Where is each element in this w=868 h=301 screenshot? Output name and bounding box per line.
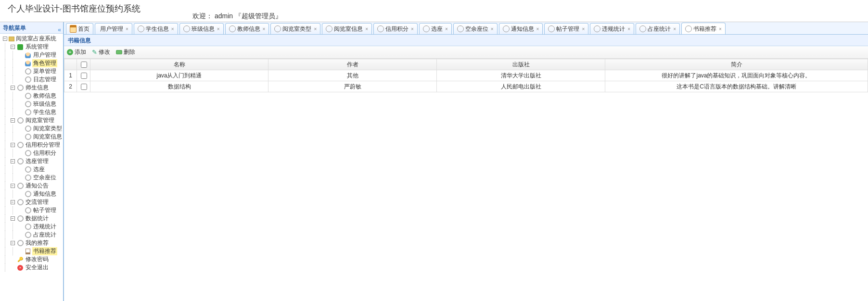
tab-首页[interactable]: 首页 xyxy=(66,23,93,34)
tab-通知信息[interactable]: 通知信息× xyxy=(499,23,543,34)
tree-node[interactable]: 学生信息 xyxy=(1,108,63,116)
close-tab-icon[interactable]: × xyxy=(365,26,368,32)
tree-label[interactable]: 帖子管理 xyxy=(32,206,57,214)
tree-label[interactable]: 系统管理 xyxy=(25,43,50,51)
tab-帖子管理[interactable]: 帖子管理× xyxy=(544,23,588,34)
expand-toggle-icon[interactable]: − xyxy=(9,84,16,92)
tree-label[interactable]: 交流管理 xyxy=(25,198,50,206)
tree-node[interactable]: 班级信息 xyxy=(1,100,63,108)
close-tab-icon[interactable]: × xyxy=(491,26,494,32)
tree-label[interactable]: 阅览室管理 xyxy=(25,116,55,125)
tree-node[interactable]: −信用积分管理 xyxy=(1,141,63,149)
tab-学生信息[interactable]: 学生信息× xyxy=(134,23,178,34)
tab-空余座位[interactable]: 空余座位× xyxy=(453,23,498,34)
tree-node[interactable]: 阅览室信息 xyxy=(1,133,63,141)
table-row[interactable]: 1java从入门到精通其他清华大学出版社很好的讲解了java的基础知识，巩固面向… xyxy=(64,70,868,81)
close-tab-icon[interactable]: × xyxy=(314,26,317,32)
expand-toggle-icon[interactable]: − xyxy=(9,182,16,190)
col-header[interactable]: 名称 xyxy=(90,59,268,70)
expand-toggle-icon[interactable]: − xyxy=(9,141,16,149)
tree-label[interactable]: 教师信息 xyxy=(32,92,57,100)
tree-label[interactable]: 选座管理 xyxy=(25,157,50,165)
col-header[interactable]: 出版社 xyxy=(437,59,605,70)
tree-node[interactable]: −师生信息 xyxy=(1,84,63,92)
tree-label[interactable]: 信用积分 xyxy=(32,149,57,157)
tree-label[interactable]: 占座统计 xyxy=(32,231,57,239)
tab-信用积分[interactable]: 信用积分× xyxy=(373,23,418,34)
tree-node[interactable]: 选座 xyxy=(1,165,63,174)
tree-label[interactable]: 班级信息 xyxy=(32,100,57,108)
tree-label[interactable]: 阅览室占座系统 xyxy=(15,35,57,43)
tree-label[interactable]: 菜单管理 xyxy=(32,67,57,75)
close-tab-icon[interactable]: × xyxy=(171,26,174,32)
checkbox-all[interactable] xyxy=(81,62,87,68)
tree-node[interactable]: 阅览室类型 xyxy=(1,125,63,133)
close-tab-icon[interactable]: × xyxy=(582,26,585,32)
expand-toggle-icon[interactable]: − xyxy=(9,43,16,51)
tree-node[interactable]: −系统管理 xyxy=(1,43,63,51)
tree-node[interactable]: 空余座位 xyxy=(1,174,63,182)
tree-label[interactable]: 学生信息 xyxy=(32,108,57,116)
col-checkbox[interactable] xyxy=(77,59,90,70)
expand-toggle-icon[interactable]: − xyxy=(9,215,16,223)
tree-node[interactable]: 帖子管理 xyxy=(1,206,63,214)
tree-node[interactable]: −阅览室占座系统 xyxy=(1,35,63,43)
close-tab-icon[interactable]: × xyxy=(126,26,128,32)
table-row[interactable]: 2数据结构严蔚敏人民邮电出版社这本书是C语言版本的数据结构基础。讲解清晰 xyxy=(64,81,868,92)
col-header[interactable]: 简介 xyxy=(605,59,868,70)
tree-node[interactable]: −阅览室管理 xyxy=(1,116,63,125)
tree-label[interactable]: 阅览室信息 xyxy=(32,133,63,141)
close-tab-icon[interactable]: × xyxy=(411,26,414,32)
close-tab-icon[interactable]: × xyxy=(536,26,539,32)
close-tab-icon[interactable]: × xyxy=(263,26,266,32)
close-tab-icon[interactable]: × xyxy=(673,26,676,32)
tree-node[interactable]: −通知公告 xyxy=(1,182,63,190)
tree-node[interactable]: 日志管理 xyxy=(1,75,63,84)
tree-node[interactable]: −交流管理 xyxy=(1,198,63,206)
delete-button[interactable]: 删除 xyxy=(116,48,135,56)
cell-checkbox[interactable] xyxy=(77,81,90,92)
tree-label[interactable]: 日志管理 xyxy=(32,75,57,84)
expand-toggle-icon[interactable]: − xyxy=(9,117,16,125)
tree-label[interactable]: 书籍推荐 xyxy=(32,247,57,255)
tree-label[interactable]: 安全退出 xyxy=(25,263,50,272)
tree-node[interactable]: −数据统计 xyxy=(1,214,63,223)
tab-阅览室信息[interactable]: 阅览室信息× xyxy=(322,23,372,34)
col-header[interactable]: 作者 xyxy=(268,59,437,70)
tree-node[interactable]: 书籍推荐 xyxy=(1,247,63,255)
tree-label[interactable]: 空余座位 xyxy=(32,174,57,182)
tree-node[interactable]: 占座统计 xyxy=(1,231,63,239)
tree-label[interactable]: 通知信息 xyxy=(32,190,57,198)
close-tab-icon[interactable]: × xyxy=(445,26,448,32)
tree-node[interactable]: 菜单管理 xyxy=(1,67,63,75)
edit-button[interactable]: 修改 xyxy=(92,48,110,56)
tree-label[interactable]: 违规统计 xyxy=(32,223,57,231)
collapse-sidebar-icon[interactable]: « xyxy=(58,24,61,36)
expand-toggle-icon[interactable]: − xyxy=(9,199,16,206)
tree-node[interactable]: 通知信息 xyxy=(1,190,63,198)
tree-label[interactable]: 师生信息 xyxy=(25,84,50,92)
close-tab-icon[interactable]: × xyxy=(217,26,220,32)
tab-书籍推荐[interactable]: 书籍推荐× xyxy=(681,23,726,35)
tree-label[interactable]: 信用积分管理 xyxy=(25,141,61,149)
tab-用户管理[interactable]: 用户管理× xyxy=(95,23,132,34)
tree-label[interactable]: 我的推荐 xyxy=(25,239,50,247)
tab-选座[interactable]: 选座× xyxy=(419,23,452,34)
tree-label[interactable]: 选座 xyxy=(32,165,46,174)
row-checkbox[interactable] xyxy=(81,84,87,90)
cell-checkbox[interactable] xyxy=(77,70,90,81)
tree-node[interactable]: 教师信息 xyxy=(1,92,63,100)
tab-违规统计[interactable]: 违规统计× xyxy=(590,23,634,34)
tree-label[interactable]: 数据统计 xyxy=(25,214,50,223)
close-tab-icon[interactable]: × xyxy=(719,26,722,32)
row-checkbox[interactable] xyxy=(81,73,87,79)
tree-node[interactable]: 用户管理 xyxy=(1,51,63,59)
tree-node[interactable]: 违规统计 xyxy=(1,223,63,231)
expand-toggle-icon[interactable]: − xyxy=(9,239,16,247)
tree-node[interactable]: −我的推荐 xyxy=(1,239,63,247)
add-button[interactable]: 添加 xyxy=(67,48,86,56)
tab-教师信息[interactable]: 教师信息× xyxy=(225,23,269,34)
tree-node[interactable]: 角色管理 xyxy=(1,59,63,67)
tree-label[interactable]: 阅览室类型 xyxy=(32,125,63,133)
tree-label[interactable]: 用户管理 xyxy=(32,51,57,59)
